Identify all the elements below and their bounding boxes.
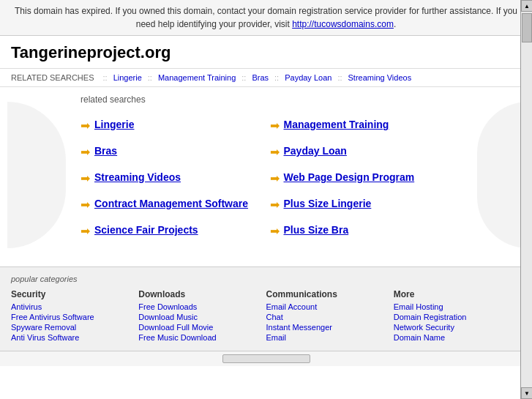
category-link-email[interactable]: Email — [266, 333, 386, 342]
arrow-icon: ➡ — [270, 145, 280, 159]
list-item: ➡ Streaming Videos — [80, 165, 270, 191]
separator-5: :: — [337, 73, 342, 82]
result-link-contract-management[interactable]: Contract Management Software — [94, 197, 248, 210]
category-link-email-hosting[interactable]: Email Hosting — [394, 302, 514, 311]
site-title: Tangerineproject.org — [0, 36, 532, 69]
category-col-security: Security Antivirus Free Antivirus Softwa… — [11, 289, 138, 343]
related-bar-link-streaming-videos[interactable]: Streaming Videos — [348, 73, 412, 82]
arrow-icon: ➡ — [270, 198, 280, 212]
arrow-icon: ➡ — [80, 198, 90, 212]
bottom-bar — [0, 351, 532, 366]
related-bar-link-lingerie[interactable]: Lingerie — [113, 73, 142, 82]
list-item: ➡ Lingerie — [80, 112, 270, 138]
popular-label: popular categories — [11, 275, 521, 283]
related-bar-link-bras[interactable]: Bras — [252, 73, 269, 82]
scroll-thumb[interactable] — [522, 13, 532, 42]
result-link-plus-size-bra[interactable]: Plus Size Bra — [284, 223, 349, 236]
related-bar: RELATED SEARCHES :: Lingerie :: Manageme… — [0, 69, 532, 87]
related-bar-link-management-training[interactable]: Management Training — [158, 73, 236, 82]
scroll-track — [521, 12, 532, 366]
result-link-science-fair-projects[interactable]: Science Fair Projects — [94, 223, 198, 236]
category-link-email-account[interactable]: Email Account — [266, 302, 386, 311]
category-link-free-downloads[interactable]: Free Downloads — [138, 302, 258, 311]
separator-3: :: — [241, 73, 246, 82]
list-item: ➡ Contract Management Software — [80, 191, 270, 217]
category-link-network-security[interactable]: Network Security — [394, 323, 514, 332]
arrow-icon: ➡ — [80, 171, 90, 185]
category-link-domain-name[interactable]: Domain Name — [394, 333, 514, 342]
separator-4: :: — [274, 73, 279, 82]
result-link-webpage-design[interactable]: Web Page Design Program — [284, 171, 415, 184]
arrow-icon: ➡ — [80, 119, 90, 133]
list-item: ➡ Plus Size Lingerie — [270, 191, 460, 217]
arrow-icon: ➡ — [270, 224, 280, 238]
category-col-more: More Email Hosting Domain Registration N… — [394, 289, 521, 343]
list-item: ➡ Science Fair Projects — [80, 217, 270, 244]
result-link-management-training[interactable]: Management Training — [284, 118, 389, 131]
notice-bar: This domain has expired. If you owned th… — [0, 0, 532, 36]
search-section: related searches ➡ Lingerie ➡ Management… — [73, 87, 473, 263]
category-link-chat[interactable]: Chat — [266, 313, 386, 321]
right-scrollbar[interactable]: ▲ ▼ — [520, 0, 532, 366]
list-item: ➡ Management Training — [270, 112, 460, 138]
section-label: related searches — [73, 94, 466, 105]
arrow-icon: ➡ — [80, 145, 90, 159]
related-bar-label: RELATED SEARCHES — [11, 73, 94, 82]
category-title-communications: Communications — [266, 289, 386, 299]
popular-section: popular categories Security Antivirus Fr… — [0, 266, 532, 351]
categories-grid: Security Antivirus Free Antivirus Softwa… — [11, 289, 521, 343]
category-col-downloads: Downloads Free Downloads Download Music … — [138, 289, 266, 343]
arrow-icon: ➡ — [270, 171, 280, 185]
bottom-scrollbar[interactable] — [222, 354, 310, 363]
category-link-domain-registration[interactable]: Domain Registration — [394, 313, 514, 321]
category-title-downloads: Downloads — [138, 289, 258, 299]
separator-1: :: — [103, 73, 108, 82]
list-item: ➡ Payday Loan — [270, 138, 460, 165]
deco-left — [0, 87, 73, 263]
category-link-instant-messenger[interactable]: Instant Messenger — [266, 323, 386, 332]
separator-2: :: — [148, 73, 152, 82]
category-link-spyware-removal[interactable]: Spyware Removal — [11, 323, 131, 332]
category-col-communications: Communications Email Account Chat Instan… — [266, 289, 394, 343]
category-link-antivirus[interactable]: Antivirus — [11, 302, 131, 311]
left-circle-decoration — [7, 102, 66, 248]
category-link-download-full-movie[interactable]: Download Full Movie — [138, 323, 258, 332]
list-item: ➡ Plus Size Bra — [270, 217, 460, 244]
arrow-icon: ➡ — [270, 119, 280, 133]
category-link-anti-virus[interactable]: Anti Virus Software — [11, 333, 131, 342]
list-item: ➡ Bras — [80, 138, 270, 165]
result-link-lingerie[interactable]: Lingerie — [94, 118, 134, 131]
category-link-free-music-download[interactable]: Free Music Download — [138, 333, 258, 342]
list-item: ➡ Web Page Design Program — [270, 165, 460, 191]
main-content: related searches ➡ Lingerie ➡ Management… — [0, 87, 532, 263]
category-title-more: More — [394, 289, 514, 299]
result-link-bras[interactable]: Bras — [94, 144, 117, 157]
notice-link[interactable]: http://tucowsdomains.com — [292, 19, 394, 29]
category-title-security: Security — [11, 289, 131, 299]
result-link-payday-loan[interactable]: Payday Loan — [284, 144, 347, 157]
category-link-free-antivirus[interactable]: Free Antivirus Software — [11, 313, 131, 321]
results-grid: ➡ Lingerie ➡ Management Training ➡ Bras … — [73, 112, 466, 244]
related-bar-link-payday-loan[interactable]: Payday Loan — [285, 73, 331, 82]
scroll-up-button[interactable]: ▲ — [521, 0, 532, 12]
arrow-icon: ➡ — [80, 224, 90, 238]
category-link-download-music[interactable]: Download Music — [138, 313, 258, 321]
result-link-plus-size-lingerie[interactable]: Plus Size Lingerie — [284, 197, 372, 210]
result-link-streaming-videos[interactable]: Streaming Videos — [94, 171, 181, 184]
notice-text: This domain has expired. If you owned th… — [15, 6, 517, 29]
